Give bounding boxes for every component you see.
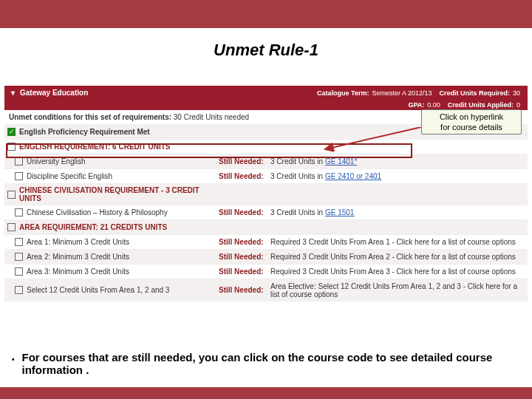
row-university-english: University English Still Needed: 3 Credi… [4, 154, 528, 169]
row-select-12-credits: Select 12 Credit Units From Area 1, 2 an… [4, 279, 528, 301]
checkbox-met-icon: ✓ [7, 128, 16, 136]
still-needed-label: Still Needed: [219, 157, 270, 166]
row-label: Area 3: Minimum 3 Credit Units [27, 267, 219, 276]
still-needed-text[interactable]: Required 3 Credit Units From Area 2 - Cl… [270, 253, 525, 261]
callout-hyperlink-note: Click on hyperlink for course details [421, 109, 522, 134]
unmet-conditions-label: Unmet conditions for this set of require… [9, 113, 171, 121]
section-header-gateway-education[interactable]: ▾ Gateway Education Catalogue Term: Seme… [4, 86, 528, 100]
checkbox-unmet-icon [15, 267, 23, 276]
still-needed-prefix: 3 Credit Units in [270, 157, 325, 166]
still-needed-text: 3 Credit Units in GE 1501 [270, 208, 525, 216]
unmet-conditions-text: 30 Credit Units needed [174, 113, 249, 121]
still-needed-label: Still Needed: [219, 238, 270, 246]
row-label: Select 12 Credit Units From Area 1, 2 an… [27, 286, 219, 294]
row-chinese-civ-heading: CHINESE CIVILISATION REQUIREMENT - 3 CRE… [4, 184, 528, 205]
checkbox-unmet-icon [7, 191, 16, 199]
slide-bottom-band [0, 387, 532, 399]
gpa-label: GPA: [408, 101, 427, 109]
row-area-2: Area 2: Minimum 3 Credit Units Still Nee… [4, 250, 528, 265]
checkbox-unmet-icon [15, 172, 23, 180]
checkbox-unmet-icon [15, 208, 23, 216]
still-needed-prefix: 3 Credit Units in [270, 172, 325, 180]
credits-applied-value: 0 [516, 101, 528, 109]
checkbox-unmet-icon [15, 238, 23, 246]
course-link-ge2410-2401[interactable]: GE 2410 or 2401 [325, 172, 381, 180]
section-header-stats: Catalogue Term: Semester A 2012/13 Credi… [317, 86, 528, 100]
checkbox-unmet-icon [7, 223, 16, 231]
row-label: English Proficiency Requirement Met [19, 128, 150, 136]
row-area-1: Area 1: Minimum 3 Credit Units Still Nee… [4, 235, 528, 250]
checkbox-unmet-icon [15, 157, 23, 166]
row-english-requirement-heading: ENGLISH REQUIREMENT: 6 CREDIT UNITS [4, 140, 528, 154]
still-needed-text[interactable]: Required 3 Credit Units From Area 3 - Cl… [270, 267, 525, 276]
collapse-icon[interactable]: ▾ [9, 89, 16, 97]
row-chinese-civilisation: Chinese Civilisation – History & Philoso… [4, 205, 528, 220]
slide-title: Unmet Rule-1 [0, 41, 532, 60]
row-discipline-specific-english: Discipline Specific English Still Needed… [4, 169, 528, 184]
catalogue-term-label: Catalogue Term: [317, 89, 372, 97]
still-needed-text: 3 Credit Units in GE 2410 or 2401 [270, 172, 525, 180]
credits-required-value: 30 [513, 89, 528, 97]
still-needed-label: Still Needed: [219, 208, 270, 216]
row-area-requirement-heading: AREA REQUIREMENT: 21 CREDITS UNITS [4, 220, 528, 235]
still-needed-prefix: 3 Credit Units in [270, 208, 325, 216]
slide-top-band [0, 0, 532, 28]
callout-arrow-icon [318, 127, 429, 157]
svg-line-0 [325, 127, 421, 149]
row-label: Discipline Specific English [27, 172, 219, 180]
row-label: Area 2: Minimum 3 Credit Units [27, 253, 219, 261]
checkbox-unmet-icon [15, 286, 23, 294]
still-needed-text[interactable]: Area Elective: Select 12 Credit Units Fr… [270, 282, 525, 299]
gpa-value: 0.00 [427, 101, 448, 109]
callout-line2: for course details [440, 123, 502, 132]
slide-bullet-note: • For courses that are still needed, you… [12, 351, 514, 376]
callout-line1: Click on hyperlink [440, 112, 503, 121]
still-needed-label: Still Needed: [219, 172, 270, 180]
bullet-dot-icon: • [12, 355, 15, 364]
row-label: Area 1: Minimum 3 Credit Units [27, 238, 219, 246]
credits-required-label: Credit Units Required: [439, 89, 513, 97]
row-label: CHINESE CIVILISATION REQUIREMENT - 3 CRE… [19, 186, 211, 202]
catalogue-term-value: Semester A 2012/13 [372, 89, 439, 97]
section-header-stats-row2: GPA: 0.00 Credit Units Applied: 0 [4, 100, 528, 110]
course-link-ge1501[interactable]: GE 1501 [325, 208, 354, 216]
credits-applied-label: Credit Units Applied: [448, 101, 516, 109]
row-label: ENGLISH REQUIREMENT: 6 CREDIT UNITS [19, 143, 211, 151]
still-needed-text[interactable]: Required 3 Credit Units From Area 1 - Cl… [270, 238, 525, 246]
section-header-label: Gateway Education [20, 89, 88, 97]
checkbox-unmet-icon [15, 253, 23, 261]
row-label: AREA REQUIREMENT: 21 CREDITS UNITS [19, 223, 211, 231]
still-needed-label: Still Needed: [219, 267, 270, 276]
still-needed-label: Still Needed: [219, 253, 270, 261]
row-label: University English [27, 157, 219, 166]
checkbox-unmet-icon [7, 143, 16, 151]
still-needed-label: Still Needed: [219, 286, 270, 294]
course-link-ge1401[interactable]: GE 1401* [325, 157, 357, 166]
still-needed-text: 3 Credit Units in GE 1401* [270, 157, 525, 166]
row-label: Chinese Civilisation – History & Philoso… [27, 208, 219, 216]
row-area-3: Area 3: Minimum 3 Credit Units Still Nee… [4, 265, 528, 279]
slide-bullet-text: For courses that are still needed, you c… [22, 351, 514, 376]
